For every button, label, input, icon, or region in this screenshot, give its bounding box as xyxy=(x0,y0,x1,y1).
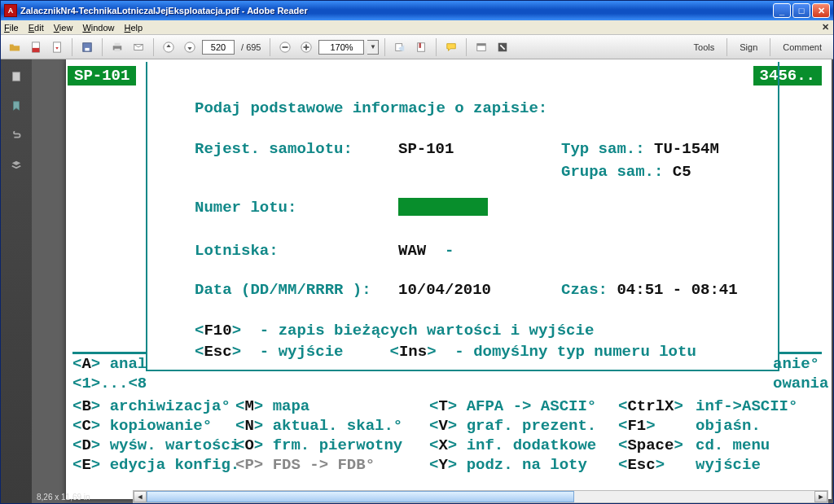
airports-value: WAW xyxy=(398,242,426,260)
peek-right-line2: owania xyxy=(773,374,830,393)
toolbar: / 695 ▼ Tools Sign Commen xyxy=(1,35,833,59)
arrow-down-icon xyxy=(184,42,195,53)
maximize-button[interactable]: □ xyxy=(792,3,810,18)
comment-balloon-button[interactable] xyxy=(442,38,460,56)
page-total-sep: / 695 xyxy=(241,42,261,52)
command-menu: <B> archiwizacja° <M> mapa <T> AFPA -> A… xyxy=(72,397,830,475)
page-number-input[interactable] xyxy=(202,40,235,55)
sign-link[interactable]: Sign xyxy=(740,42,757,52)
menu-file[interactable]: File xyxy=(4,23,19,33)
flightnum-label: Numer lotu: xyxy=(195,198,398,221)
window-titlebar: A ZalacznikNr4-TechnikaLotniczaIJejEkspl… xyxy=(1,1,833,20)
pdf-doc-icon xyxy=(30,42,42,53)
minus-icon xyxy=(279,42,291,53)
pdf-arrow-icon xyxy=(51,42,63,53)
fullscreen-button[interactable] xyxy=(494,38,511,56)
horizontal-scrollbar[interactable]: ◄ ► xyxy=(133,490,828,503)
comment-link[interactable]: Comment xyxy=(783,42,822,52)
read-mode-icon xyxy=(476,42,487,53)
svg-rect-1 xyxy=(33,47,40,51)
snapshot-button[interactable] xyxy=(391,38,409,56)
type-label: Typ sam.: xyxy=(561,140,645,158)
attachments-panel-button[interactable] xyxy=(7,126,25,144)
folder-icon xyxy=(9,42,20,53)
bookmark-icon xyxy=(415,42,427,53)
open-file-button[interactable] xyxy=(6,38,24,56)
save-button[interactable] xyxy=(78,38,96,56)
bookmark-toggle-button[interactable] xyxy=(412,38,430,56)
date-value: 10/04/2010 xyxy=(398,280,537,300)
bookmark-ribbon-icon xyxy=(11,100,22,112)
menu-window[interactable]: Window xyxy=(82,23,114,33)
read-mode-button[interactable] xyxy=(472,38,490,56)
zoom-in-button[interactable] xyxy=(297,38,315,56)
floppy-icon xyxy=(81,42,93,53)
menubar: File Edit View Window Help ✕ xyxy=(1,20,833,35)
svg-rect-7 xyxy=(115,48,121,51)
close-button[interactable]: ✕ xyxy=(812,3,830,18)
time-label: Czas: xyxy=(561,281,608,299)
menubar-close-button[interactable]: ✕ xyxy=(819,21,832,33)
peek-left-line2: <1>...<8 xyxy=(72,374,152,393)
printer-icon xyxy=(112,42,123,53)
svg-rect-22 xyxy=(13,72,20,81)
flightnum-input[interactable] xyxy=(398,198,488,216)
type-value: TU-154M xyxy=(654,140,719,158)
time-value: 04:51 - 08:41 xyxy=(617,281,737,299)
scroll-track[interactable] xyxy=(147,491,814,502)
scroll-thumb[interactable] xyxy=(147,491,574,502)
scroll-right-button[interactable]: ► xyxy=(814,491,827,502)
zoom-level-input[interactable] xyxy=(318,40,364,55)
thumbnails-panel-button[interactable] xyxy=(7,68,25,85)
zoom-out-button[interactable] xyxy=(276,38,294,56)
fullscreen-icon xyxy=(497,42,508,53)
workspace: SP-101 3456.. Podaj podstawowe informacj… xyxy=(1,59,833,503)
minimize-button[interactable]: _ xyxy=(773,3,791,18)
layers-icon xyxy=(11,159,22,170)
arrow-up-icon xyxy=(163,42,174,53)
adobe-reader-icon: A xyxy=(4,4,17,17)
svg-rect-20 xyxy=(477,43,486,46)
svg-rect-15 xyxy=(306,44,308,50)
svg-rect-18 xyxy=(419,42,422,47)
group-label: Grupa sam.: xyxy=(561,163,663,181)
peek-right-line1: anie° xyxy=(773,354,830,374)
bookmarks-panel-button[interactable] xyxy=(7,97,25,115)
menu-view[interactable]: View xyxy=(54,23,73,33)
group-value: C5 xyxy=(673,163,691,181)
email-button[interactable] xyxy=(129,38,147,56)
navigation-panel xyxy=(1,59,32,503)
svg-rect-4 xyxy=(85,47,89,50)
envelope-icon xyxy=(133,42,144,53)
page-viewport[interactable]: SP-101 3456.. Podaj podstawowe informacj… xyxy=(32,59,833,503)
page-up-button[interactable] xyxy=(160,38,178,56)
plus-icon xyxy=(301,42,312,53)
svg-rect-6 xyxy=(115,42,121,46)
status-right-tag: 3456.. xyxy=(753,66,822,85)
reg-value: SP-101 xyxy=(398,139,537,159)
airports-label: Lotniska: xyxy=(195,241,398,261)
paperclip-icon xyxy=(11,129,22,141)
page-down-button[interactable] xyxy=(181,38,199,56)
menu-help[interactable]: Help xyxy=(125,23,143,33)
export-pdf-button[interactable] xyxy=(27,38,45,56)
snapshot-icon xyxy=(394,42,406,53)
window-title: ZalacznikNr4-TechnikaLotniczaIJejEksploa… xyxy=(20,6,773,15)
scroll-left-button[interactable]: ◄ xyxy=(134,491,147,502)
print-button[interactable] xyxy=(108,38,126,56)
date-label: Data (DD/MM/RRRR ): xyxy=(195,280,398,300)
svg-rect-12 xyxy=(283,46,288,48)
create-pdf-button[interactable] xyxy=(48,38,66,56)
reg-label: Rejest. samolotu: xyxy=(195,139,398,159)
tools-link[interactable]: Tools xyxy=(694,42,715,52)
page-thumbnail-icon xyxy=(11,71,22,82)
menu-edit[interactable]: Edit xyxy=(29,23,44,33)
form-heading: Podaj podstawowe informacje o zapisie: xyxy=(195,99,547,118)
peek-left-line1: <A> anal xyxy=(72,354,152,374)
speech-bubble-icon xyxy=(446,42,457,53)
hint-f10: <F10> - zapis bieżących wartości i wyjśc… xyxy=(195,321,832,340)
status-left-tag: SP-101 xyxy=(68,66,136,85)
layers-panel-button[interactable] xyxy=(7,156,25,173)
pdf-page-content: SP-101 3456.. Podaj podstawowe informacj… xyxy=(66,59,832,499)
zoom-dropdown[interactable]: ▼ xyxy=(367,40,379,55)
